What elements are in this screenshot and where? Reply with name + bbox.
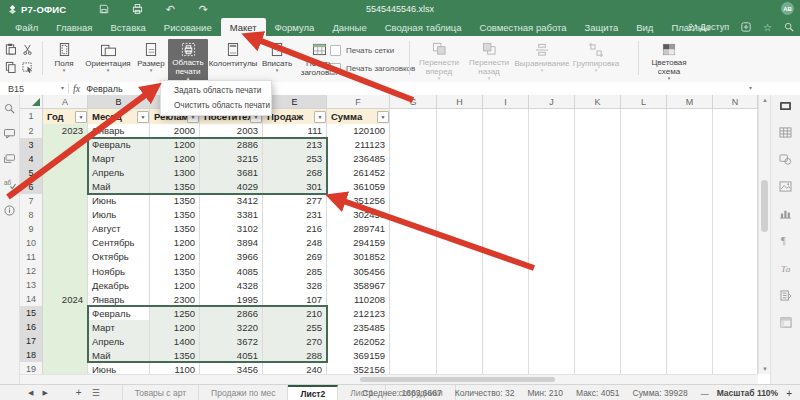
- row-header-8[interactable]: 8: [20, 208, 43, 223]
- cell-A13[interactable]: [43, 278, 88, 293]
- find-icon[interactable]: [4, 103, 15, 114]
- cell-A3[interactable]: [43, 138, 88, 153]
- cell-G15[interactable]: [390, 306, 437, 321]
- row-header-17[interactable]: 17: [20, 334, 43, 349]
- menu-tab-view[interactable]: Вид: [627, 18, 662, 36]
- cell-E16[interactable]: 255: [263, 320, 327, 335]
- row-header-5[interactable]: 5: [20, 166, 43, 181]
- cell-A11[interactable]: [43, 250, 88, 265]
- column-header-J[interactable]: J: [529, 95, 575, 109]
- cell-D18[interactable]: 4051: [200, 348, 263, 363]
- cell-E19[interactable]: 240: [263, 362, 327, 374]
- cell-N8[interactable]: [713, 208, 758, 223]
- cell-G14[interactable]: [390, 292, 437, 307]
- cell-N15[interactable]: [713, 306, 758, 321]
- cell-J14[interactable]: [529, 292, 575, 307]
- select-all-button[interactable]: [20, 95, 43, 109]
- row-header-1[interactable]: 1: [20, 109, 43, 125]
- horizontal-scroll-thumb[interactable]: [360, 377, 555, 382]
- cell-J8[interactable]: [529, 208, 575, 223]
- cell-M17[interactable]: [667, 334, 713, 349]
- cell-B4[interactable]: Март: [88, 152, 150, 167]
- cell-I4[interactable]: [483, 152, 529, 167]
- cell-F16[interactable]: 235485: [327, 320, 390, 335]
- cell-C8[interactable]: 1350: [150, 208, 200, 223]
- cell-M5[interactable]: [667, 166, 713, 181]
- cell-F5[interactable]: 261452: [327, 166, 390, 181]
- cell-J13[interactable]: [529, 278, 575, 293]
- cell-F11[interactable]: 301852: [327, 250, 390, 265]
- cell-I1[interactable]: [483, 109, 529, 125]
- cell-E15[interactable]: 210: [263, 306, 327, 321]
- cell-F3[interactable]: 211123: [327, 138, 390, 153]
- row-header-18[interactable]: 18: [20, 348, 43, 363]
- cell-G1[interactable]: [390, 109, 437, 125]
- cell-I19[interactable]: [483, 362, 529, 374]
- cell-H2[interactable]: [437, 124, 483, 139]
- comments-icon[interactable]: [4, 129, 15, 139]
- cell-G7[interactable]: [390, 194, 437, 209]
- row-header-10[interactable]: 10: [20, 236, 43, 251]
- zoom-in-button[interactable]: +: [786, 388, 792, 399]
- cell-K2[interactable]: [575, 124, 621, 139]
- print-gridlines-checkbox-box[interactable]: [330, 45, 341, 56]
- filter-button-F[interactable]: ▼: [377, 111, 389, 123]
- cell-L5[interactable]: [621, 166, 667, 181]
- cell-C12[interactable]: 1350: [150, 264, 200, 279]
- cell-C17[interactable]: 1400: [150, 334, 200, 349]
- select-icon[interactable]: [20, 59, 35, 75]
- cell-D7[interactable]: 3412: [200, 194, 263, 209]
- cell-J15[interactable]: [529, 306, 575, 321]
- cell-J10[interactable]: [529, 236, 575, 251]
- menu-tab-home[interactable]: Главная: [47, 18, 101, 36]
- cell-L8[interactable]: [621, 208, 667, 223]
- cell-D17[interactable]: 3672: [200, 334, 263, 349]
- cell-L11[interactable]: [621, 250, 667, 265]
- cell-J17[interactable]: [529, 334, 575, 349]
- cell-L14[interactable]: [621, 292, 667, 307]
- cell-A6[interactable]: [43, 180, 88, 195]
- cell-E9[interactable]: 216: [263, 222, 327, 237]
- cell-H4[interactable]: [437, 152, 483, 167]
- cell-J7[interactable]: [529, 194, 575, 209]
- menu-tab-insert[interactable]: Вставка: [102, 18, 155, 36]
- cell-M7[interactable]: [667, 194, 713, 209]
- cell-L7[interactable]: [621, 194, 667, 209]
- cell-A9[interactable]: [43, 222, 88, 237]
- row-header-19[interactable]: 19: [20, 362, 43, 374]
- headers-footers-button[interactable]: Колонтитулы: [208, 39, 258, 81]
- cell-H11[interactable]: [437, 250, 483, 265]
- cell-F8[interactable]: 302456: [327, 208, 390, 223]
- cell-L3[interactable]: [621, 138, 667, 153]
- cell-D9[interactable]: 3102: [200, 222, 263, 237]
- cell-L9[interactable]: [621, 222, 667, 237]
- cell-A12[interactable]: [43, 264, 88, 279]
- cell-N19[interactable]: [713, 362, 758, 374]
- column-header-A[interactable]: A: [43, 95, 88, 109]
- cell-B10[interactable]: Сентябрь: [88, 236, 150, 251]
- expand-formula-bar-icon[interactable]: ▾: [749, 84, 752, 91]
- cell-E17[interactable]: 270: [263, 334, 327, 349]
- paragraph-settings-icon[interactable]: ¶: [780, 235, 791, 247]
- cell-M11[interactable]: [667, 250, 713, 265]
- set-print-area-menu-item[interactable]: Задать область печати: [161, 83, 271, 98]
- print-headings-checkbox[interactable]: Печать заголовков: [330, 63, 415, 74]
- cell-K15[interactable]: [575, 306, 621, 321]
- cell-K19[interactable]: [575, 362, 621, 374]
- cell-A17[interactable]: [43, 334, 88, 349]
- cell-N6[interactable]: [713, 180, 758, 195]
- cell-F13[interactable]: 358967: [327, 278, 390, 293]
- cell-F7[interactable]: 351256: [327, 194, 390, 209]
- cell-H3[interactable]: [437, 138, 483, 153]
- cell-I16[interactable]: [483, 320, 529, 335]
- row-header-13[interactable]: 13: [20, 278, 43, 293]
- cell-I10[interactable]: [483, 236, 529, 251]
- column-header-K[interactable]: K: [575, 95, 621, 109]
- scale-to-fit-button[interactable]: Вписать▾: [258, 39, 296, 81]
- cell-E4[interactable]: 253: [263, 152, 327, 167]
- cell-J11[interactable]: [529, 250, 575, 265]
- cell-A4[interactable]: [43, 152, 88, 167]
- zoom-out-button[interactable]: —: [701, 389, 709, 398]
- cell-G5[interactable]: [390, 166, 437, 181]
- column-header-G[interactable]: G: [390, 95, 437, 109]
